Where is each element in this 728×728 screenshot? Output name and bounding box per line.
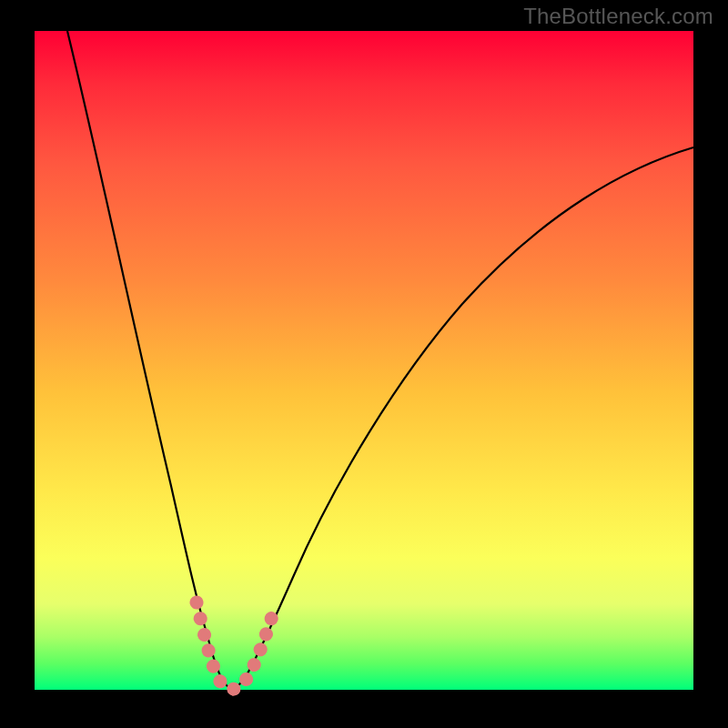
chart-container: TheBottleneck.com [0,0,728,728]
plot-area [35,31,693,690]
optimal-range-marker [197,602,273,689]
watermark-label: TheBottleneck.com [523,4,713,29]
curve-path [67,31,693,688]
bottleneck-curve [35,31,693,690]
